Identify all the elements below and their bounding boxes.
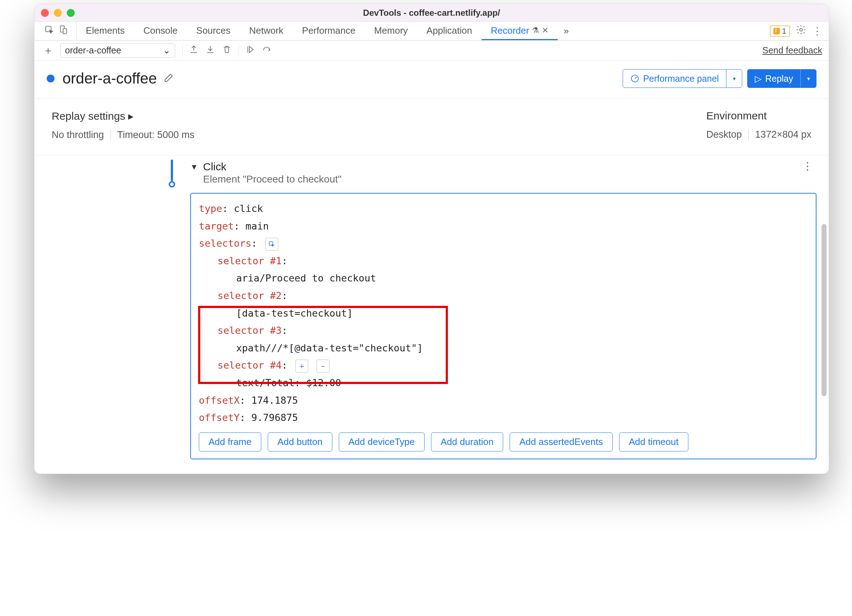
type-key: type: [199, 203, 222, 214]
replay-settings-heading[interactable]: Replay settings ▸: [52, 110, 195, 122]
replay-settings-row: Replay settings ▸ No throttling Timeout:…: [35, 99, 829, 155]
tab-sources[interactable]: Sources: [187, 22, 240, 40]
window-minimize-button[interactable]: [54, 9, 62, 17]
issues-badge[interactable]: 1: [770, 26, 790, 37]
add-selector-button[interactable]: ＋: [295, 360, 308, 372]
offsetx-key: offsetX: [199, 395, 240, 406]
step-detail-box: type: click target: main selectors: sele…: [190, 193, 816, 459]
send-feedback-link[interactable]: Send feedback: [762, 45, 822, 56]
tab-recorder[interactable]: Recorder ⚗ ✕: [482, 22, 558, 40]
add-button-button[interactable]: Add button: [268, 432, 332, 452]
svg-rect-2: [63, 29, 67, 34]
window-titlebar: DevTools - coffee-cart.netlify.app/: [35, 4, 829, 22]
svg-point-3: [800, 28, 802, 31]
edit-title-icon[interactable]: [163, 72, 174, 84]
performance-panel-button[interactable]: Performance panel ▾: [623, 69, 742, 88]
selector1-key: selector #1: [218, 255, 282, 267]
environment-heading: Environment: [706, 110, 811, 122]
settings-gear-icon[interactable]: [796, 24, 807, 38]
tab-elements[interactable]: Elements: [76, 22, 134, 40]
target-key: target: [199, 220, 234, 232]
env-dimensions: 1372×804 px: [755, 129, 811, 140]
selector4-value[interactable]: text/Total: $12.00: [199, 374, 808, 392]
device-toggle-icon[interactable]: [59, 25, 68, 37]
replay-button[interactable]: ▷Replay ▾: [747, 69, 816, 88]
scrollbar-thumb[interactable]: [822, 224, 826, 396]
replay-dropdown-caret[interactable]: ▾: [800, 69, 816, 87]
env-device: Desktop: [706, 129, 742, 140]
export-icon[interactable]: [189, 45, 198, 56]
element-picker-icon[interactable]: [265, 238, 278, 251]
throttling-value: No throttling: [52, 130, 104, 140]
recording-status-dot: [47, 75, 54, 83]
add-devicetype-button[interactable]: Add deviceType: [339, 432, 424, 452]
import-icon[interactable]: [205, 45, 215, 56]
offsety-key: offsetY: [199, 412, 240, 423]
chevron-down-icon: ⌄: [163, 45, 171, 56]
window-title: DevTools - coffee-cart.netlify.app/: [35, 8, 829, 18]
step-subtitle: Element "Proceed to checkout": [203, 173, 341, 185]
tab-memory[interactable]: Memory: [365, 22, 417, 40]
add-frame-button[interactable]: Add frame: [199, 432, 261, 452]
new-recording-button[interactable]: ＋: [41, 44, 55, 57]
more-tabs-button[interactable]: »: [558, 26, 574, 36]
chevron-right-icon: ▸: [128, 110, 133, 122]
selector2-value[interactable]: [data-test=checkout]: [199, 305, 808, 322]
selector3-value[interactable]: xpath///*[@data-test="checkout"]: [199, 340, 808, 357]
timeline-line: [171, 160, 173, 181]
add-timeout-button[interactable]: Add timeout: [619, 432, 688, 452]
tab-application[interactable]: Application: [417, 22, 481, 40]
selector2-key: selector #2: [218, 290, 282, 301]
selector3-key: selector #3: [218, 325, 282, 336]
offsetx-value[interactable]: : 174.1875: [240, 395, 298, 406]
offsety-value[interactable]: : 9.796875: [240, 412, 298, 423]
target-value[interactable]: : main: [234, 220, 269, 232]
window-zoom-button[interactable]: [67, 9, 75, 17]
step-over-icon[interactable]: [262, 45, 271, 56]
delete-icon[interactable]: [222, 45, 231, 56]
timeout-value: Timeout: 5000 ms: [117, 130, 195, 140]
tab-performance[interactable]: Performance: [293, 22, 365, 40]
recording-header: order-a-coffee Performance panel ▾ ▷Repl…: [35, 60, 829, 99]
window-close-button[interactable]: [41, 9, 49, 17]
devtools-tabbar: Elements Console Sources Network Perform…: [35, 22, 829, 41]
kebab-menu-icon[interactable]: ⋮: [812, 25, 822, 37]
recording-title: order-a-coffee: [62, 70, 157, 87]
recording-select[interactable]: order-a-coffee ⌄: [60, 44, 175, 58]
step-area: ▼ Click Element "Proceed to checkout" ⋮ …: [35, 160, 829, 474]
play-icon: ▷: [755, 74, 761, 84]
step-menu-icon[interactable]: ⋮: [802, 160, 816, 172]
close-tab-icon[interactable]: ✕: [542, 26, 548, 35]
type-value[interactable]: : click: [222, 203, 263, 214]
inspect-icon[interactable]: [44, 25, 54, 37]
timeline-dot: [169, 181, 175, 188]
add-duration-button[interactable]: Add duration: [431, 432, 503, 452]
flask-icon: ⚗: [532, 26, 539, 35]
perf-dropdown-caret[interactable]: ▾: [726, 69, 742, 87]
add-assertedevents-button[interactable]: Add assertedEvents: [510, 432, 613, 452]
selector1-value[interactable]: aria/Proceed to checkout: [199, 270, 808, 287]
collapse-step-icon[interactable]: ▼: [190, 163, 198, 172]
tab-console[interactable]: Console: [134, 22, 187, 40]
remove-selector-button[interactable]: －: [317, 360, 329, 372]
step-play-icon[interactable]: [245, 45, 255, 56]
selectors-key: selectors: [199, 238, 251, 249]
selector4-key: selector #4: [218, 360, 282, 371]
step-title: Click: [203, 160, 341, 173]
recorder-toolbar: ＋ order-a-coffee ⌄ Send feedback: [35, 41, 829, 60]
tab-network[interactable]: Network: [240, 22, 293, 40]
